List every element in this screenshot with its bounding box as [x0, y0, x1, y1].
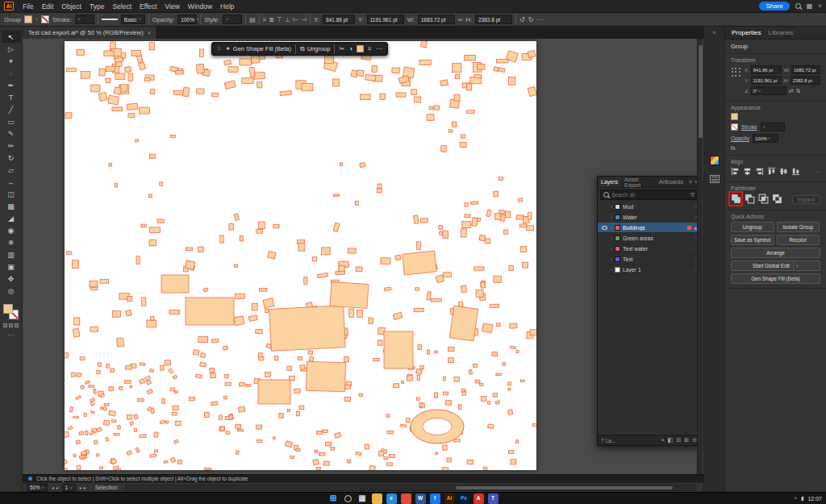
- y-field[interactable]: 1191.961 pt: [367, 15, 404, 24]
- pathfinder-minus-front-icon[interactable]: [745, 194, 755, 206]
- pencil-tool[interactable]: ✏: [2, 140, 21, 152]
- layer-visibility-toggle[interactable]: [600, 223, 608, 231]
- fill-chevron-icon[interactable]: ˅: [35, 17, 38, 22]
- arrange-button[interactable]: Arrange: [731, 248, 820, 258]
- next-artboard-icon[interactable]: ▸: [80, 485, 82, 490]
- document-setup-icon[interactable]: ▤: [249, 16, 256, 23]
- gen-shape-fill-beta--button[interactable]: Gen Shape Fill (Beta): [731, 273, 820, 284]
- control-align-icon-3[interactable]: ⊤: [277, 16, 282, 23]
- task-view-button[interactable]: ▦: [357, 494, 368, 504]
- share-button[interactable]: Share: [759, 2, 789, 10]
- layer-visibility-toggle[interactable]: [600, 213, 608, 221]
- rotate-cw-icon[interactable]: ↻: [528, 16, 534, 23]
- fill-color-swatch[interactable]: [357, 45, 364, 52]
- width-tool[interactable]: ↔: [2, 176, 21, 188]
- transform-y-field[interactable]: 1191.961 pt: [751, 76, 782, 85]
- blend-tool[interactable]: ◉: [2, 224, 21, 236]
- pen-tool[interactable]: ✒: [2, 79, 21, 91]
- constrain-proportions-icon[interactable]: ∞: [458, 16, 463, 23]
- align-hcenter-icon[interactable]: [743, 167, 752, 177]
- illustrator-icon[interactable]: Ai: [444, 494, 455, 504]
- fx-button[interactable]: fx.: [731, 145, 820, 151]
- zoom-tool[interactable]: ◎: [2, 285, 21, 297]
- rotation-field[interactable]: 0°˅: [751, 86, 786, 95]
- brush-select[interactable]: Basic˅: [121, 15, 145, 24]
- menu-effect[interactable]: Effect: [136, 2, 161, 10]
- align-left-icon[interactable]: [731, 167, 740, 177]
- save-as-symbol-button[interactable]: Save as Symbol: [731, 235, 774, 245]
- layer-row-water[interactable]: ›Water○: [598, 212, 700, 223]
- magic-wand-tool[interactable]: ✶: [2, 55, 21, 67]
- more-align-options-icon[interactable]: ⋯: [815, 169, 820, 176]
- w-field[interactable]: 1683.72 pt: [418, 15, 455, 24]
- close-tab-icon[interactable]: ×: [148, 29, 152, 36]
- start-global-edit-button[interactable]: Start Global Edit˅: [731, 260, 820, 271]
- opacity-field[interactable]: 100%˅: [177, 15, 197, 24]
- menu-window[interactable]: Window: [184, 2, 216, 10]
- h-field[interactable]: 2383.8 pt: [475, 15, 512, 24]
- more-options-icon[interactable]: ⋯: [376, 45, 382, 52]
- search-icon[interactable]: [795, 3, 801, 9]
- chrome-browser-icon[interactable]: [401, 494, 411, 504]
- appearance-fill-swatch[interactable]: [731, 113, 738, 120]
- expand-button[interactable]: Expand: [792, 195, 820, 204]
- layers-panel-tab-layers[interactable]: Layers: [598, 177, 621, 187]
- appearance-stroke-swatch[interactable]: [731, 123, 738, 131]
- type-tool[interactable]: T: [2, 91, 21, 103]
- prev-artboard-icon[interactable]: ◂: [56, 485, 58, 490]
- layers-search[interactable]: ∇: [600, 190, 698, 200]
- scale-tool[interactable]: ▱: [2, 164, 21, 176]
- symbol-sprayer-tool[interactable]: ✵: [2, 236, 21, 248]
- layers-panel-tab-artboards[interactable]: Artboards: [656, 177, 686, 187]
- flip-horizontal-icon[interactable]: ⇄: [789, 88, 794, 94]
- layer-visibility-toggle[interactable]: [600, 234, 608, 242]
- first-artboard-icon[interactable]: ◂: [52, 485, 54, 490]
- canvas-area[interactable]: ⠿ ✦ Gen Shape Fill (Beta) ⧉ Ungroup ✂ ◑ …: [23, 39, 703, 474]
- align-top-icon[interactable]: [767, 167, 776, 177]
- layer-visibility-toggle[interactable]: [600, 202, 608, 210]
- control-align-icon-2[interactable]: ≣: [269, 16, 274, 23]
- menu-help[interactable]: Help: [216, 2, 238, 10]
- clock-label[interactable]: 12:07: [807, 496, 822, 502]
- ungroup-button[interactable]: ⧉ Ungroup: [300, 45, 331, 53]
- expand-panels-icon[interactable]: «: [712, 29, 715, 36]
- menu-file[interactable]: File: [19, 2, 38, 10]
- chevron-down-icon[interactable]: ˅: [818, 2, 822, 10]
- artboard-nav-field[interactable]: 1˅: [62, 484, 76, 492]
- new-layer-icon[interactable]: ⊞: [684, 437, 689, 444]
- scrollbar-thumb[interactable]: [456, 486, 672, 489]
- zoom-select[interactable]: 50%˅: [27, 484, 48, 492]
- hand-tool[interactable]: ✥: [2, 273, 21, 285]
- paintbrush-tool[interactable]: ✎: [2, 127, 21, 140]
- control-align-icon-6[interactable]: ⊣: [301, 16, 307, 23]
- transform-w-field[interactable]: 1683.72 pt: [791, 65, 820, 74]
- stroke-options-link[interactable]: Stroke: [741, 124, 757, 130]
- opacity-link[interactable]: Opacity: [731, 135, 749, 141]
- libraries-panel-icon[interactable]: [710, 175, 720, 183]
- fill-swatch[interactable]: [24, 15, 32, 23]
- filter-funnel-icon[interactable]: ∇: [690, 192, 695, 198]
- photoshop-icon[interactable]: Ps: [459, 494, 469, 504]
- style-select[interactable]: ˅: [223, 15, 242, 24]
- contrast-icon[interactable]: ◑: [348, 45, 353, 52]
- last-artboard-icon[interactable]: ▸: [84, 485, 86, 490]
- layer-row-mud[interactable]: ›Mud○: [598, 202, 700, 212]
- layer-row-layer-1[interactable]: ›Layer 1○: [598, 264, 700, 275]
- chevron-right-icon[interactable]: ›: [611, 204, 612, 209]
- locate-object-icon[interactable]: ⌖: [661, 437, 665, 444]
- eyedropper-tool[interactable]: ◢: [2, 212, 21, 224]
- opacity-select[interactable]: 100%˅: [753, 134, 778, 143]
- acrobat-icon[interactable]: A: [473, 494, 484, 504]
- chevron-right-icon[interactable]: ›: [611, 246, 612, 251]
- graph-tool[interactable]: ▥: [2, 248, 21, 260]
- facebook-icon[interactable]: f: [430, 494, 440, 504]
- scrollbar-thumb[interactable]: [699, 45, 703, 138]
- align-right-icon[interactable]: [755, 167, 764, 177]
- align-bottom-icon[interactable]: [791, 167, 800, 177]
- control-align-icon-5[interactable]: ⊢: [293, 16, 298, 23]
- menu-icon[interactable]: ≡: [368, 45, 372, 52]
- none-mode-icon[interactable]: [15, 323, 19, 327]
- isolate-group-button[interactable]: Isolate Group: [777, 222, 820, 232]
- menu-view[interactable]: View: [161, 2, 184, 10]
- stroke-weight-select[interactable]: ˅: [761, 123, 785, 131]
